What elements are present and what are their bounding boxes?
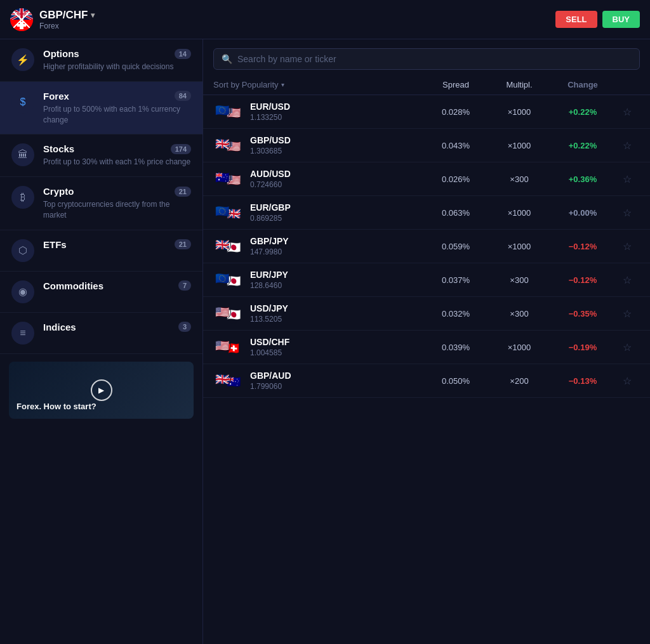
flag-a: 🇺🇸 (213, 337, 231, 355)
sidebar-item-commodities[interactable]: ◉ Commodities 7 (0, 272, 202, 313)
table-row[interactable]: 🇬🇧 🇯🇵 GBP/JPY 147.9980 0.059% ×1000 −0.1… (203, 230, 650, 263)
header-logo: GBP/CHF ▾ Forex (10, 8, 95, 31)
flag-a: 🇬🇧 (213, 135, 231, 153)
favorite-button[interactable]: ☆ (614, 106, 640, 118)
table-row[interactable]: 🇬🇧 🇺🇸 GBP/USD 1.303685 0.043% ×1000 +0.2… (203, 129, 650, 162)
flag-a: 🇪🇺 (213, 202, 231, 220)
favorite-button[interactable]: ☆ (614, 173, 640, 185)
table-row[interactable]: 🇺🇸 🇨🇭 USD/CHF 1.004585 0.039% ×1000 −0.1… (203, 331, 650, 364)
sidebar-badge: 21 (175, 187, 191, 197)
cell-change: +0.36% (551, 174, 614, 184)
sidebar-item-label: Forex (43, 91, 69, 102)
table-row[interactable]: 🇦🇺 🇺🇸 AUD/USD 0.724660 0.026% ×300 +0.36… (203, 162, 650, 196)
sidebar-item-label: Stocks (43, 143, 74, 154)
flag-a: 🇦🇺 (213, 169, 231, 187)
buy-button[interactable]: BUY (602, 11, 640, 28)
sidebar-item-stocks[interactable]: 🏛 Stocks 174 Profit up to 30% with each … (0, 135, 202, 177)
flag-a: 🇺🇸 (213, 303, 231, 321)
video-card[interactable]: ▶ Forex. How to start? (9, 362, 194, 419)
sidebar-badge: 84 (175, 91, 191, 101)
cell-change: −0.13% (551, 376, 614, 386)
sidebar: ⚡ Options 14 Higher profitability with q… (0, 39, 203, 644)
cell-multipl: ×200 (488, 376, 551, 386)
cell-spread: 0.026% (424, 174, 488, 184)
cell-change: −0.19% (551, 343, 614, 352)
pair-info: 🇪🇺 🇬🇧 EUR/GBP 0.869285 (213, 202, 424, 223)
sidebar-item-indices[interactable]: ≡ Indices 3 (0, 313, 202, 354)
favorite-button[interactable]: ☆ (614, 341, 640, 353)
header-pair[interactable]: GBP/CHF ▾ (39, 9, 95, 22)
sidebar-badge: 3 (178, 322, 191, 332)
pair-price: 1.004585 (250, 348, 289, 357)
pair-flags: 🇪🇺 🇬🇧 (213, 202, 242, 223)
chevron-down-icon: ▾ (91, 11, 95, 20)
cell-spread: 0.063% (424, 208, 488, 218)
pair-flags: 🇺🇸 🇨🇭 (213, 337, 242, 357)
svg-line-6 (10, 8, 33, 20)
favorite-button[interactable]: ☆ (614, 375, 640, 387)
cell-multipl: ×300 (488, 275, 551, 285)
sort-by-popularity-button[interactable]: Sort by Popularity ▾ (213, 80, 284, 89)
pair-info: 🇪🇺 🇯🇵 EUR/JPY 128.6460 (213, 270, 424, 290)
table-row[interactable]: 🇬🇧 🇦🇺 GBP/AUD 1.799060 0.050% ×200 −0.13… (203, 364, 650, 398)
pair-price: 147.9980 (250, 247, 289, 256)
header-title-group: GBP/CHF ▾ Forex (39, 9, 95, 30)
pair-name: EUR/USD (250, 102, 290, 112)
search-icon: 🔍 (222, 54, 232, 64)
table-row[interactable]: 🇪🇺 🇯🇵 EUR/JPY 128.6460 0.037% ×300 −0.12… (203, 263, 650, 297)
cell-multipl: ×1000 (488, 141, 551, 150)
cell-multipl: ×300 (488, 309, 551, 319)
search-input-wrap: 🔍 (213, 48, 640, 70)
svg-rect-7 (20, 8, 23, 20)
favorite-button[interactable]: ☆ (614, 240, 640, 253)
pair-info: 🇦🇺 🇺🇸 AUD/USD 0.724660 (213, 169, 424, 189)
sidebar-item-forex[interactable]: $ Forex 84 Profit up to 500% with each 1… (0, 82, 202, 135)
cell-spread: 0.028% (424, 107, 488, 117)
pair-price: 128.6460 (250, 281, 288, 290)
sidebar-badge: 21 (175, 239, 191, 249)
pair-info: 🇬🇧 🇯🇵 GBP/JPY 147.9980 (213, 236, 424, 256)
commodities-icon: ◉ (11, 280, 34, 303)
pair-price: 1.303685 (250, 147, 291, 155)
svg-line-5 (10, 8, 33, 20)
search-input[interactable] (237, 54, 632, 64)
sidebar-item-label: Options (43, 48, 79, 59)
table-row[interactable]: 🇺🇸 🇯🇵 USD/JPY 113.5205 0.032% ×300 −0.35… (203, 297, 650, 331)
cell-change: −0.12% (551, 275, 614, 285)
header-subtitle: Forex (39, 22, 95, 30)
options-icon: ⚡ (11, 48, 34, 71)
sidebar-item-crypto[interactable]: ₿ Crypto 21 Top cryptocurrencies directl… (0, 177, 202, 230)
video-title: Forex. How to start? (17, 402, 96, 412)
sidebar-item-etfs[interactable]: ⬡ ETFs 21 (0, 230, 202, 272)
pair-name: USD/CHF (250, 337, 289, 347)
svg-rect-9 (20, 8, 23, 20)
sidebar-item-label: Crypto (43, 186, 74, 197)
favorite-button[interactable]: ☆ (614, 308, 640, 320)
sidebar-item-options[interactable]: ⚡ Options 14 Higher profitability with q… (0, 39, 202, 82)
cell-spread: 0.037% (424, 275, 488, 285)
search-bar: 🔍 (203, 39, 650, 75)
svg-rect-8 (10, 13, 33, 15)
cell-multipl: ×1000 (488, 343, 551, 352)
table-row[interactable]: 🇪🇺 🇬🇧 EUR/GBP 0.869285 0.063% ×1000 +0.0… (203, 196, 650, 230)
cell-spread: 0.043% (424, 141, 488, 150)
favorite-button[interactable]: ☆ (614, 207, 640, 219)
pair-price: 0.869285 (250, 214, 291, 223)
cell-change: +0.22% (551, 141, 614, 150)
sell-button[interactable]: SELL (555, 11, 597, 28)
favorite-button[interactable]: ☆ (614, 274, 640, 286)
pair-price: 0.724660 (250, 180, 291, 189)
top-header: GBP/CHF ▾ Forex SELL BUY (0, 0, 650, 39)
cell-spread: 0.050% (424, 376, 488, 386)
sort-arrow-icon: ▾ (281, 81, 284, 88)
svg-point-11 (10, 8, 33, 31)
favorite-button[interactable]: ☆ (614, 140, 640, 152)
table-row[interactable]: 🇪🇺 🇺🇸 EUR/USD 1.133250 0.028% ×1000 +0.2… (203, 95, 650, 129)
svg-line-3 (10, 8, 33, 20)
sidebar-item-desc: Top cryptocurrencies directly from the m… (43, 199, 191, 221)
pair-price: 113.5205 (250, 315, 288, 324)
pair-price: 1.799060 (250, 382, 291, 391)
pair-price: 1.133250 (250, 113, 290, 122)
sidebar-item-label: Indices (43, 322, 76, 332)
svg-rect-1 (10, 20, 33, 31)
